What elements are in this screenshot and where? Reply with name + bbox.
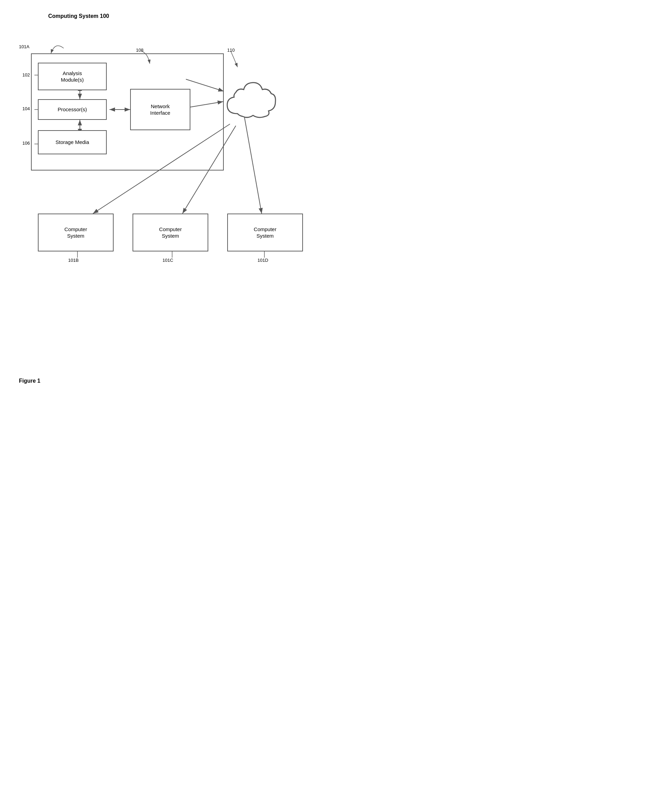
ref-101b: 101B bbox=[68, 258, 78, 263]
ref-101d: 101D bbox=[258, 258, 268, 263]
storage-media-box: Storage Media bbox=[38, 130, 107, 154]
computer-system-d-box: Computer System bbox=[227, 213, 303, 251]
computing-system-title: Computing System 100 bbox=[48, 13, 109, 19]
diagram-container: Computing System 100 Analysis Module(s) … bbox=[0, 0, 336, 398]
processor-box: Processor(s) bbox=[38, 99, 107, 120]
svg-line-10 bbox=[245, 117, 262, 213]
computer-system-c-box: Computer System bbox=[133, 213, 208, 251]
ref-108: 108 bbox=[136, 48, 144, 53]
cloud-shape bbox=[220, 69, 282, 131]
ref-110: 110 bbox=[227, 48, 235, 53]
ref-102: 102 bbox=[22, 72, 30, 77]
ref-104: 104 bbox=[22, 106, 30, 111]
ref-101a: 101A bbox=[19, 44, 29, 49]
computer-system-b-box: Computer System bbox=[38, 213, 114, 251]
ref-106: 106 bbox=[22, 141, 30, 146]
network-interface-box: Network Interface bbox=[130, 89, 190, 130]
figure-label: Figure 1 bbox=[19, 378, 40, 384]
ref-101c: 101C bbox=[163, 258, 173, 263]
analysis-module-box: Analysis Module(s) bbox=[38, 63, 107, 90]
